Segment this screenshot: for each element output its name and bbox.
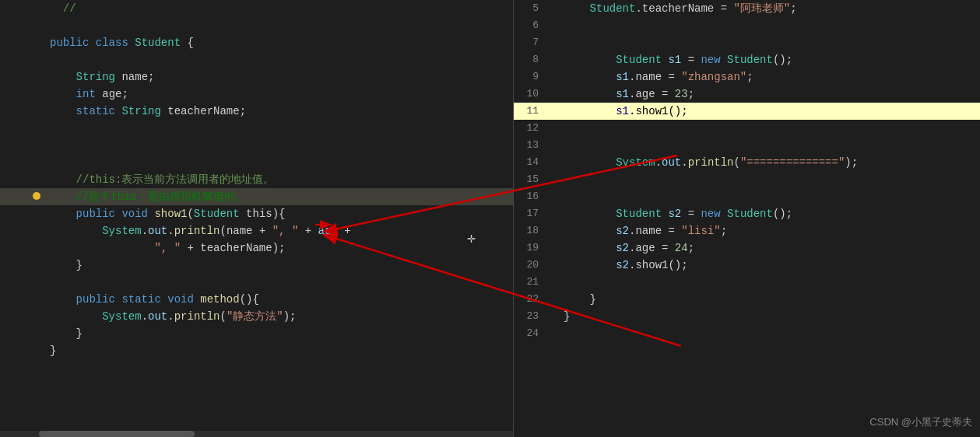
line-brace-1: } <box>0 257 513 274</box>
line-field-name: String name; <box>0 68 513 86</box>
right-line-17: 17 Student s2 = new Student(); <box>514 205 980 222</box>
line-println-1: System.out.println(name + ", " + age + <box>0 222 513 239</box>
line-brace-end: } <box>0 342 513 359</box>
line-blank-6 <box>0 274 513 291</box>
line-brace-2: } <box>0 325 513 342</box>
line-blank-5 <box>0 154 513 171</box>
left-code-area: // public class Student { <box>0 0 513 359</box>
line-method-static: public static void method(){ <box>0 291 513 308</box>
line-class-decl: public class Student { <box>0 34 513 51</box>
left-hscroll[interactable] <box>0 431 513 437</box>
right-line-11: 11 s1.show1(); <box>514 103 980 120</box>
line-comment-1: //this:表示当前方法调用者的地址值。 <box>0 171 513 188</box>
right-code-panel: 5 Student.teacherName = "阿玮老师"; 6 7 <box>514 0 980 437</box>
main-container: // public class Student { <box>0 0 980 437</box>
watermark: CSDN @小黑子史蒂夫 <box>869 415 972 429</box>
right-line-6: 6 <box>514 17 980 34</box>
line-blank-4 <box>0 137 513 154</box>
right-line-8: 8 Student s1 = new Student(); <box>514 51 980 68</box>
line-comment-2-hl: //这个this：是由虚拟机赋值的。 <box>0 188 513 205</box>
line-blank-2 <box>0 51 513 68</box>
right-line-19: 19 s2.age = 24; <box>514 239 980 257</box>
line-blank-3 <box>0 120 513 137</box>
right-line-9: 9 s1.name = "zhangsan"; <box>514 68 980 86</box>
right-line-24: 24 <box>514 325 980 342</box>
right-line-15: 15 <box>514 171 980 188</box>
line-field-age: int age; <box>0 86 513 103</box>
right-line-5: 5 Student.teacherName = "阿玮老师"; <box>514 0 980 17</box>
line-field-teacher: static String teacherName; <box>0 103 513 120</box>
breakpoint-marker <box>33 192 40 200</box>
left-hscroll-thumb[interactable] <box>39 431 195 437</box>
line-method-show1: public void show1(Student this){ <box>0 205 513 222</box>
right-line-12: 12 <box>514 120 980 137</box>
right-line-21: 21 <box>514 274 980 291</box>
right-line-10: 10 s1.age = 23; <box>514 86 980 103</box>
right-line-22: 22 } <box>514 291 980 308</box>
line-blank-1 <box>0 17 513 34</box>
line-println-static: System.out.println("静态方法"); <box>0 308 513 325</box>
right-line-20: 20 s2.show1(); <box>514 257 980 274</box>
right-code-area: 5 Student.teacherName = "阿玮老师"; 6 7 <box>514 0 980 342</box>
right-line-16: 16 <box>514 188 980 205</box>
right-line-23: 23 } <box>514 308 980 325</box>
line-partial-top: // <box>0 0 513 17</box>
right-line-13: 13 <box>514 137 980 154</box>
right-line-14: 14 System.out.println("=============="); <box>514 154 980 171</box>
line-println-2: ", " + teacherName); <box>0 239 513 257</box>
left-code-panel: // public class Student { <box>0 0 514 437</box>
right-line-18: 18 s2.name = "lisi"; <box>514 222 980 239</box>
right-panel-inner: 5 Student.teacherName = "阿玮老师"; 6 7 <box>514 0 980 437</box>
right-line-7: 7 <box>514 34 980 51</box>
